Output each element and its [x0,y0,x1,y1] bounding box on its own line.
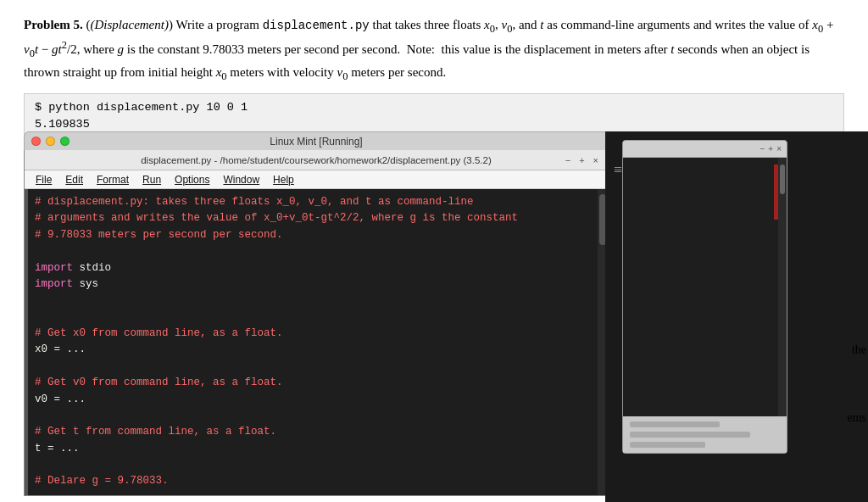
code-line-9: # Get x0 from command line, as a float. [35,326,591,342]
code-content[interactable]: # displacement.py: takes three floats x_… [28,189,598,495]
traffic-light-red[interactable] [31,137,41,146]
code-line-1: # displacement.py: takes three floats x_… [35,194,591,210]
right-text-ems: ems [847,411,866,425]
traffic-light-green[interactable] [60,137,70,146]
minimize-button[interactable]: − [563,155,573,165]
ide-outer-window: Linux Mint [Running] displacement.py - /… [24,131,609,496]
gray-bar-2 [630,432,750,438]
traffic-lights [31,137,70,146]
menu-format[interactable]: Format [91,172,135,187]
vm-background: ≡ − + × the ems [605,131,868,502]
inner-panel-close[interactable]: × [776,144,782,153]
code-line-8 [35,310,591,326]
inner-panel-code [623,158,787,416]
code-line-11 [35,359,591,375]
inner-window-title: displacement.py - /home/student/coursewo… [141,155,492,165]
code-line-14 [35,408,591,424]
filename-inline: displacement.py [263,19,370,32]
inner-panel-titlebar: − + × [623,141,787,158]
ide-inner-window: displacement.py - /home/student/coursewo… [24,150,609,496]
code-line-6: import sys [35,276,591,293]
problem-number: Problem 5. [24,18,83,31]
terminal-command: $ python displacement.py 10 0 1 [35,101,248,114]
code-line-17 [35,457,591,473]
menu-window[interactable]: Window [217,172,265,187]
maximize-button[interactable]: + [576,155,587,165]
code-line-18: # Delare g = 9.78033. [35,473,591,489]
hamburger-icon: ≡ [614,161,622,179]
code-line-2: # arguments and writes the value of x_0+… [35,210,591,226]
inner-panel-minus[interactable]: − [760,144,765,153]
code-line-3: # 9.78033 meters per second per second. [35,227,591,243]
inner-titlebar: displacement.py - /home/student/coursewo… [25,150,608,170]
traffic-light-yellow[interactable] [46,137,55,146]
gray-bar-1 [630,421,720,427]
inner-panel-plus[interactable]: + [768,144,773,153]
code-line-10: x0 = ... [35,342,591,358]
code-line-5: import stdio [35,260,591,276]
code-line-4 [35,243,591,259]
code-editor[interactable]: # displacement.py: takes three floats x_… [25,189,608,495]
inner-scrollbar[interactable] [778,158,787,416]
inner-panel-footer [623,416,787,453]
gray-bar-3 [630,442,705,448]
inner-code-content [623,158,778,416]
menu-edit[interactable]: Edit [59,172,89,187]
menu-help[interactable]: Help [267,172,300,187]
menu-options[interactable]: Options [169,172,215,187]
inner-panel-window: − + × [622,140,787,454]
outer-titlebar: Linux Mint [Running] [24,131,609,150]
window-controls: − + × [563,155,601,165]
code-line-13: v0 = ... [35,392,591,408]
menu-file[interactable]: File [30,172,58,187]
code-line-7 [35,293,591,309]
right-text-the: the [852,343,866,357]
problem-text: Problem 5. ((Displacement)) Write a prog… [24,15,844,85]
terminal-output: 5.109835 [35,118,90,131]
code-line-15: # Get t from command line, as a float. [35,424,591,440]
code-line-16: t = ... [35,441,591,457]
close-button[interactable]: × [591,155,601,165]
menu-run[interactable]: Run [136,172,167,187]
problem-title: (Displacement) [90,18,168,31]
code-line-12: # Get v0 from command line, as a float. [35,375,591,391]
menubar: File Edit Format Run Options Window Help [25,170,608,189]
inner-scrollbar-thumb[interactable] [780,165,785,194]
outer-window-title: Linux Mint [Running] [270,136,362,148]
code-line-19: ... [35,490,591,495]
